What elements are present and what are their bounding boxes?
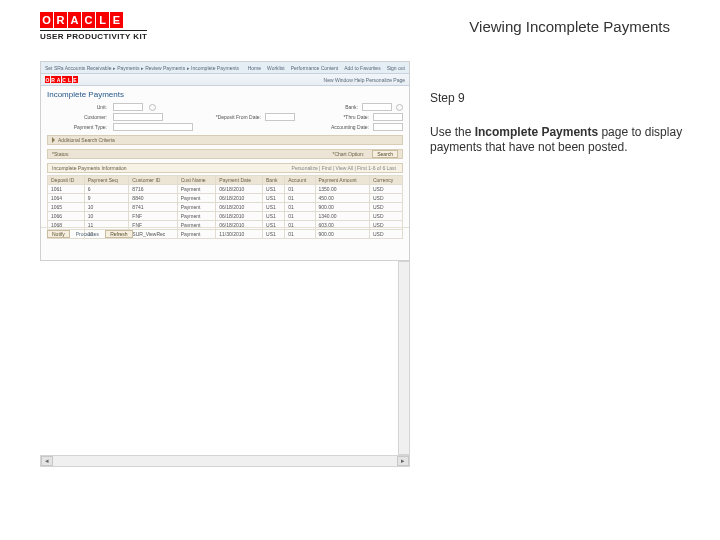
lookup-icon[interactable] <box>396 104 403 111</box>
payment-type-label: Payment Type: <box>47 124 107 130</box>
nav-signout[interactable]: Sign out <box>387 65 405 71</box>
table-heading-bar: Incomplete Payments Information Personal… <box>47 163 403 173</box>
additional-search-criteria-label: Additional Search Criteria <box>58 137 115 143</box>
upk-subtitle: USER PRODUCTIVITY KIT <box>40 30 147 41</box>
scroll-left-icon[interactable]: ◂ <box>41 456 53 466</box>
unit-input[interactable] <box>113 103 143 111</box>
table-row[interactable]: 106498840Payment06/18/2010US101450.00USD <box>48 194 403 203</box>
instruction-text: Use the Incomplete Payments page to disp… <box>430 125 700 156</box>
payment-type-select[interactable] <box>113 123 193 131</box>
table-row[interactable]: 106610FNFPayment06/18/2010US1011340.00US… <box>48 212 403 221</box>
table-row[interactable]: 1065108741Payment06/18/2010US101900.00US… <box>48 203 403 212</box>
accounting-date-input[interactable] <box>373 123 403 131</box>
refresh-button[interactable]: Refresh <box>105 230 133 238</box>
screenshot-page-heading: Incomplete Payments <box>47 90 403 99</box>
oracle-mini-logo: ORACLE <box>45 76 78 83</box>
notify-button[interactable]: Notify <box>47 230 70 238</box>
table-pagination: Personalize | Find | View All | First 1-… <box>290 164 398 172</box>
nav-perf[interactable]: Performance Content <box>291 65 339 71</box>
screenshot-breadcrumb-bar: Set SRa Accounts Receivable ▸ Payments ▸… <box>41 62 409 74</box>
table-row[interactable]: 106168716Payment06/18/2010US1011350.00US… <box>48 185 403 194</box>
status-label: *Status: <box>52 151 70 157</box>
instruction-panel: Step 9 Use the Incomplete Payments page … <box>430 61 700 467</box>
lookup-icon[interactable] <box>149 104 156 111</box>
nav-worklist[interactable]: Worklist <box>267 65 285 71</box>
vertical-scrollbar[interactable] <box>398 261 410 455</box>
screenshot-footer: Notify Processes Refresh <box>41 227 409 240</box>
chevron-right-icon <box>52 137 55 143</box>
nav-home[interactable]: Home <box>248 65 261 71</box>
search-button[interactable]: Search <box>372 150 398 158</box>
bank-label: Bank: <box>288 104 358 110</box>
status-chart-bar: *Status: *Chart Option: Search <box>47 149 403 159</box>
thru-input[interactable] <box>373 113 403 121</box>
nav-fav[interactable]: Add to Favorites <box>344 65 380 71</box>
table-header-row: Deposit ID Payment Seq Customer ID Cust … <box>48 176 403 185</box>
customer-input[interactable] <box>113 113 163 121</box>
oracle-wordmark: O R A C L E <box>40 12 147 28</box>
app-screenshot: Set SRa Accounts Receivable ▸ Payments ▸… <box>40 61 410 261</box>
accounting-date-label: Accounting Date: <box>299 124 369 130</box>
processes-link[interactable]: Processes <box>76 231 99 237</box>
top-nav-links: Home Worklist Performance Content Add to… <box>248 65 405 71</box>
breadcrumb: Set SRa Accounts Receivable ▸ Payments ▸… <box>45 65 239 71</box>
step-label: Step 9 <box>430 91 700 107</box>
customer-label: Customer: <box>47 114 107 120</box>
screenshot-panel: Set SRa Accounts Receivable ▸ Payments ▸… <box>40 61 410 467</box>
pager-links: New Window Help Personalize Page <box>324 77 405 83</box>
horizontal-scrollbar[interactable]: ◂ ▸ <box>40 455 410 467</box>
table-heading: Incomplete Payments Information <box>52 165 126 171</box>
unit-label: Unit: <box>47 104 107 110</box>
deposit-from-label: *Deposit From Date: <box>191 114 261 120</box>
thru-label: *Thru Date: <box>299 114 369 120</box>
oracle-upk-logo: O R A C L E USER PRODUCTIVITY KIT <box>40 12 147 41</box>
additional-search-criteria-bar[interactable]: Additional Search Criteria <box>47 135 403 145</box>
scroll-right-icon[interactable]: ▸ <box>397 456 409 466</box>
page-title: Viewing Incomplete Payments <box>469 18 670 35</box>
scroll-track[interactable] <box>53 456 397 466</box>
bank-input[interactable] <box>362 103 392 111</box>
deposit-from-input[interactable] <box>265 113 295 121</box>
screenshot-sub-bar: ORACLE New Window Help Personalize Page <box>41 74 409 86</box>
chart-option-label: *Chart Option: <box>332 151 364 157</box>
